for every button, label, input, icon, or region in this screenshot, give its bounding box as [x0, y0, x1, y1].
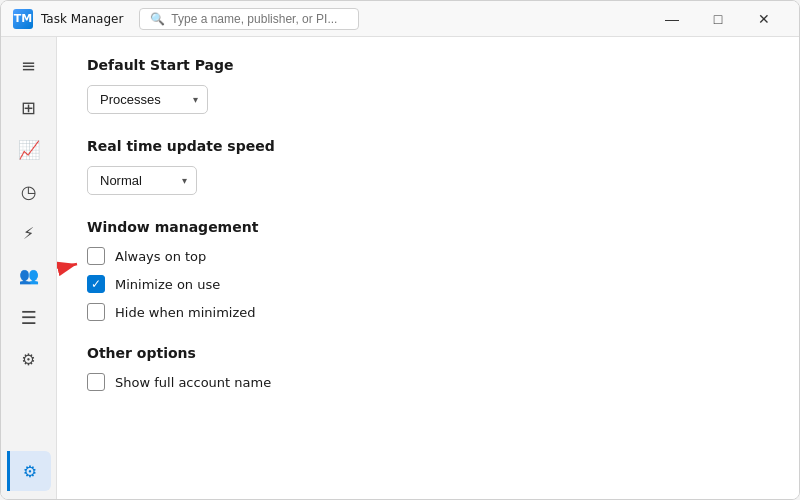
red-arrow-annotation	[57, 249, 87, 279]
hamburger-icon: ≡	[21, 55, 36, 76]
settings-content: Default Start Page Processes Performance…	[57, 37, 799, 499]
update-speed-dropdown-wrapper: Low Normal High Paused ▾	[87, 166, 197, 195]
other-options-section: Other options Show full account name	[87, 345, 769, 391]
sidebar-item-processes[interactable]: ⊞	[7, 87, 51, 127]
processes-icon: ⊞	[21, 97, 36, 118]
always-on-top-label: Always on top	[115, 249, 206, 264]
window-management-title: Window management	[87, 219, 769, 235]
sidebar-item-menu[interactable]: ≡	[7, 45, 51, 85]
update-speed-section: Real time update speed Low Normal High P…	[87, 138, 769, 195]
sidebar-item-settings[interactable]: ⚙	[7, 451, 51, 491]
other-options-title: Other options	[87, 345, 769, 361]
minimize-button[interactable]: —	[649, 1, 695, 37]
window-title: Task Manager	[41, 12, 123, 26]
title-bar: TM Task Manager 🔍 — □ ✕	[1, 1, 799, 37]
window-controls: — □ ✕	[649, 1, 787, 37]
sidebar: ≡ ⊞ 📈 ◷ ⚡ 👥 ☰ ⚙ ⚙	[1, 37, 57, 499]
update-speed-title: Real time update speed	[87, 138, 769, 154]
minimize-on-use-checkbox[interactable]	[87, 275, 105, 293]
default-start-page-dropdown[interactable]: Processes Performance App history Startu…	[87, 85, 208, 114]
show-full-account-name-checkbox[interactable]	[87, 373, 105, 391]
performance-icon: 📈	[18, 139, 40, 160]
app-icon: TM	[13, 9, 33, 29]
default-start-page-dropdown-wrapper: Processes Performance App history Startu…	[87, 85, 208, 114]
startup-icon: ⚡	[23, 224, 34, 243]
always-on-top-row[interactable]: Always on top	[87, 247, 769, 265]
users-icon: 👥	[19, 266, 39, 285]
sidebar-item-services[interactable]: ⚙	[7, 339, 51, 379]
search-input[interactable]	[171, 12, 348, 26]
sidebar-item-performance[interactable]: 📈	[7, 129, 51, 169]
settings-icon: ⚙	[23, 462, 37, 481]
sidebar-item-history[interactable]: ◷	[7, 171, 51, 211]
hide-when-minimized-checkbox[interactable]	[87, 303, 105, 321]
sidebar-item-users[interactable]: 👥	[7, 255, 51, 295]
search-bar[interactable]: 🔍	[139, 8, 359, 30]
window-management-checkboxes: Always on top Minimize on use Hide when …	[87, 247, 769, 321]
maximize-button[interactable]: □	[695, 1, 741, 37]
window-management-section: Window management	[87, 219, 769, 321]
task-manager-window: TM Task Manager 🔍 — □ ✕ ≡ ⊞ 📈 ◷	[0, 0, 800, 500]
sidebar-item-details[interactable]: ☰	[7, 297, 51, 337]
always-on-top-checkbox[interactable]	[87, 247, 105, 265]
search-icon: 🔍	[150, 12, 165, 26]
always-on-top-row-container: Always on top	[87, 247, 769, 265]
minimize-on-use-label: Minimize on use	[115, 277, 220, 292]
details-icon: ☰	[20, 307, 36, 328]
hide-when-minimized-row[interactable]: Hide when minimized	[87, 303, 769, 321]
update-speed-dropdown[interactable]: Low Normal High Paused	[87, 166, 197, 195]
sidebar-item-startup[interactable]: ⚡	[7, 213, 51, 253]
hide-when-minimized-label: Hide when minimized	[115, 305, 256, 320]
main-layout: ≡ ⊞ 📈 ◷ ⚡ 👥 ☰ ⚙ ⚙	[1, 37, 799, 499]
minimize-on-use-row[interactable]: Minimize on use	[87, 275, 769, 293]
show-full-account-name-row[interactable]: Show full account name	[87, 373, 769, 391]
default-start-page-title: Default Start Page	[87, 57, 769, 73]
history-icon: ◷	[21, 181, 37, 202]
services-icon: ⚙	[21, 350, 35, 369]
show-full-account-name-label: Show full account name	[115, 375, 271, 390]
default-start-page-section: Default Start Page Processes Performance…	[87, 57, 769, 114]
other-options-checkboxes: Show full account name	[87, 373, 769, 391]
close-button[interactable]: ✕	[741, 1, 787, 37]
